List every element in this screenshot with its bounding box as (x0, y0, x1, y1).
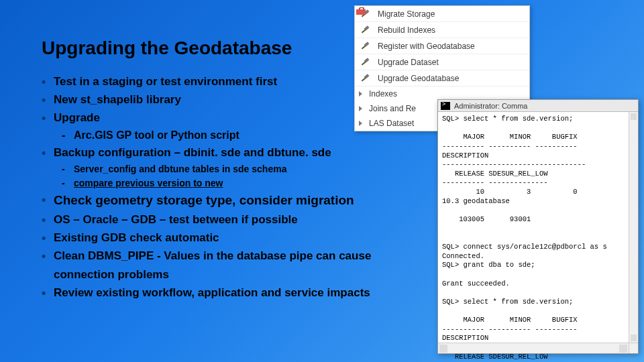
scroll-right-icon[interactable] (619, 345, 627, 353)
ctx-label: Rebuild Indexes (378, 25, 435, 35)
resize-grip[interactable] (629, 343, 638, 353)
vertical-scrollbar[interactable] (629, 112, 638, 343)
bullet-os-oracle: OS – Oracle – GDB – test between if poss… (42, 210, 417, 229)
bullet-dbms-pipe: Clean DBMS_PIPE - Values in the database… (42, 247, 417, 283)
ctx-label: Migrate Storage (378, 9, 435, 19)
ctx-upgrade-dataset[interactable]: Upgrade Dataset (355, 54, 529, 70)
hammer-icon (359, 57, 371, 68)
bullet-server-config: Server_config and dbtune tables in sde s… (42, 162, 417, 176)
terminal-body[interactable]: SQL> select * from sde.version; MAJOR MI… (438, 112, 638, 362)
bullet-compare-version: compare previous version to new (42, 176, 417, 190)
expand-icon[interactable] (359, 121, 362, 126)
expand-icon[interactable] (359, 106, 362, 111)
hammer-icon (359, 73, 371, 84)
hammer-icon (359, 25, 371, 36)
slide-title: Upgrading the Geodatabase (42, 38, 292, 59)
horizontal-scrollbar[interactable] (438, 343, 629, 353)
ctx-migrate-storage[interactable]: Migrate Storage (355, 6, 529, 22)
cmd-icon (441, 102, 450, 110)
ctx-register-geodatabase[interactable]: Register with Geodatabase (355, 38, 529, 54)
ctx-upgrade-geodatabase[interactable]: Upgrade Geodatabase (355, 70, 529, 86)
terminal-title: Administrator: Comma (454, 102, 527, 110)
bullet-backup: Backup configuration – dbinit. sde and d… (42, 143, 417, 162)
expand-icon[interactable] (359, 91, 362, 97)
ctx-label: Register with Geodatabase (378, 42, 475, 51)
scroll-left-icon[interactable] (439, 345, 447, 353)
tree-label: Joins and Re (369, 104, 416, 113)
ctx-label: Upgrade Dataset (378, 58, 439, 67)
tree-label: LAS Dataset (369, 119, 414, 128)
bullet-review-workflow: Review existing workflow, application an… (42, 284, 417, 302)
terminal-titlebar[interactable]: Administrator: Comma (438, 100, 638, 112)
bullet-existing-gdb: Existing GDB check automatic (42, 229, 417, 247)
bullet-geometry: Check geometry storage type, consider mi… (42, 190, 417, 210)
hammer-icon (359, 41, 371, 52)
tree-label: Indexes (369, 89, 397, 99)
ctx-label: Upgrade Geodatabase (378, 74, 459, 83)
ctx-rebuild-indexes[interactable]: Rebuild Indexes (355, 22, 529, 38)
terminal-window: Administrator: Comma SQL> select * from … (437, 99, 639, 354)
